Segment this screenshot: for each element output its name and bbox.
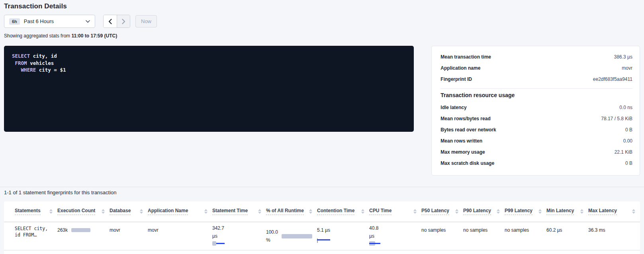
prev-time-button[interactable] xyxy=(104,15,117,27)
sort-icon[interactable] xyxy=(361,209,364,214)
summary-label: Application name xyxy=(440,65,480,71)
time-controls: 6h Past 6 Hours Now xyxy=(4,15,640,28)
column-header-contention-time[interactable]: Contention Time xyxy=(317,201,369,222)
column-label: Min Latency xyxy=(546,208,574,215)
resource-value: 0.0 ns xyxy=(619,105,632,110)
summary-row: Mean transaction time386.3 µs xyxy=(440,51,632,63)
transaction-summary-card: Mean transaction time386.3 µsApplication… xyxy=(431,46,640,176)
page-title: Transaction Details xyxy=(4,2,640,10)
statement-time-bar xyxy=(212,241,261,246)
resource-row: Idle latency0.0 ns xyxy=(440,102,632,113)
column-header-database[interactable]: Database xyxy=(110,201,148,222)
main-content: SELECT city, id FROM vehicles WHERE city… xyxy=(4,46,640,176)
column-header-p50-latency[interactable]: P50 Latency xyxy=(421,201,463,222)
sort-icon[interactable] xyxy=(580,209,583,214)
column-header-statement-time[interactable]: Statement Time xyxy=(212,201,266,222)
statements-table: StatementsExecution CountDatabaseApplica… xyxy=(4,201,640,250)
resource-value: 0 B xyxy=(625,160,632,166)
sort-icon[interactable] xyxy=(102,209,105,214)
summary-value: ee2df683f5aa9411 xyxy=(593,76,632,82)
column-header-statements[interactable]: Statements xyxy=(4,201,57,222)
summary-row: Fingerprint IDee2df683f5aa9411 xyxy=(440,74,632,85)
sort-icon[interactable] xyxy=(204,209,207,214)
statements-table-card: StatementsExecution CountDatabaseApplica… xyxy=(4,201,640,254)
now-button[interactable]: Now xyxy=(135,15,157,27)
sort-icon[interactable] xyxy=(497,209,500,214)
resource-label: Mean rows written xyxy=(440,138,482,144)
column-header-execution-count[interactable]: Execution Count xyxy=(57,201,110,222)
resource-value: 78.17 / 5.8 KiB xyxy=(601,116,632,121)
column-label: P99 Latency xyxy=(505,208,532,215)
column-header-cpu-time[interactable]: CPU Time xyxy=(369,201,421,222)
summary-label: Fingerprint ID xyxy=(440,76,472,82)
resource-row: Bytes read over network0 B xyxy=(440,124,632,135)
column-label: Contention Time xyxy=(317,208,354,215)
max-latency-value: 36.3 ms xyxy=(588,227,605,233)
column-header-max-latency[interactable]: Max Latency xyxy=(588,201,640,222)
column-label: Statements xyxy=(15,208,41,215)
summary-value: movr xyxy=(622,65,632,71)
cpu-time-bar xyxy=(369,241,417,246)
resource-value: 22.1 KiB xyxy=(615,149,632,155)
summary-value: 386.3 µs xyxy=(614,54,632,60)
time-range-label: Past 6 Hours xyxy=(24,18,86,24)
resource-row: Max scratch disk usage0 B xyxy=(440,158,632,169)
column-label: Max Latency xyxy=(588,208,617,215)
summary-rows: Mean transaction time386.3 µsApplication… xyxy=(440,51,632,85)
execution-count-bar xyxy=(71,228,90,232)
aggregated-stats-caption: Showing aggregated stats from 11:00 to 1… xyxy=(4,33,640,39)
database-value: movr xyxy=(110,227,120,233)
table-header-row: StatementsExecution CountDatabaseApplica… xyxy=(4,201,640,222)
resource-label: Max scratch disk usage xyxy=(440,160,494,166)
chevron-left-icon xyxy=(108,19,112,24)
time-range-badge: 6h xyxy=(9,18,20,25)
resource-row: Mean rows written0.00 xyxy=(440,135,632,147)
sort-icon[interactable] xyxy=(413,209,417,214)
sort-icon[interactable] xyxy=(258,209,261,214)
runtime-pct-value: 100.0 xyxy=(266,229,278,235)
p99-latency-value: no samples xyxy=(505,227,529,233)
sort-icon[interactable] xyxy=(309,209,312,214)
column-header-min-latency[interactable]: Min Latency xyxy=(546,201,588,222)
column-header-p99-latency[interactable]: P99 Latency xyxy=(505,201,546,222)
section-divider xyxy=(0,187,644,187)
p50-latency-value: no samples xyxy=(421,227,446,233)
resource-value: 0 B xyxy=(625,127,632,133)
sort-icon[interactable] xyxy=(632,209,635,214)
resource-row: Mean rows/bytes read78.17 / 5.8 KiB xyxy=(440,113,632,124)
column-header-application-name[interactable]: Application Name xyxy=(148,201,212,222)
sort-icon[interactable] xyxy=(538,209,542,214)
chevron-right-icon xyxy=(122,19,125,24)
sort-icon[interactable] xyxy=(455,209,458,214)
contention-time-value: 5.1 µs xyxy=(317,227,364,233)
resource-label: Max memory usage xyxy=(440,149,485,155)
transaction-details-page: Transaction Details 6h Past 6 Hours Now … xyxy=(0,0,644,254)
resource-usage-rows: Idle latency0.0 nsMean rows/bytes read78… xyxy=(440,102,632,169)
chevron-down-icon xyxy=(86,20,90,23)
time-range-dropdown[interactable]: 6h Past 6 Hours xyxy=(4,15,95,28)
column-header--of-all-runtime[interactable]: % of All Runtime xyxy=(266,201,317,222)
column-header-p90-latency[interactable]: P90 Latency xyxy=(463,201,505,222)
sort-icon[interactable] xyxy=(49,209,53,214)
resource-label: Bytes read over network xyxy=(440,127,496,133)
column-label: Execution Count xyxy=(57,208,95,215)
sort-icon[interactable] xyxy=(140,209,143,214)
next-time-button[interactable] xyxy=(117,15,130,27)
contention-time-bar xyxy=(317,238,364,242)
column-label: P90 Latency xyxy=(463,208,491,215)
resource-label: Mean rows/bytes read xyxy=(440,116,490,121)
time-step-group xyxy=(103,15,130,28)
min-latency-value: 60.2 µs xyxy=(546,227,562,233)
summary-divider xyxy=(440,88,632,89)
column-label: % of All Runtime xyxy=(266,208,304,215)
resource-label: Idle latency xyxy=(440,105,466,110)
resource-row: Max memory usage22.1 KiB xyxy=(440,147,632,158)
sql-statement-box: SELECT city, id FROM vehicles WHERE city… xyxy=(4,46,414,132)
resource-value: 0.00 xyxy=(623,138,632,144)
statement-time-value: 342.7 xyxy=(212,225,261,231)
statement-fingerprints-caption: 1-1 of 1 statement fingerprints for this… xyxy=(4,190,640,195)
statement-link[interactable]: SELECT city, id FROM… xyxy=(15,225,53,238)
application-name-value: movr xyxy=(148,227,159,233)
column-label: P50 Latency xyxy=(421,208,449,215)
column-label: Application Name xyxy=(148,208,188,215)
